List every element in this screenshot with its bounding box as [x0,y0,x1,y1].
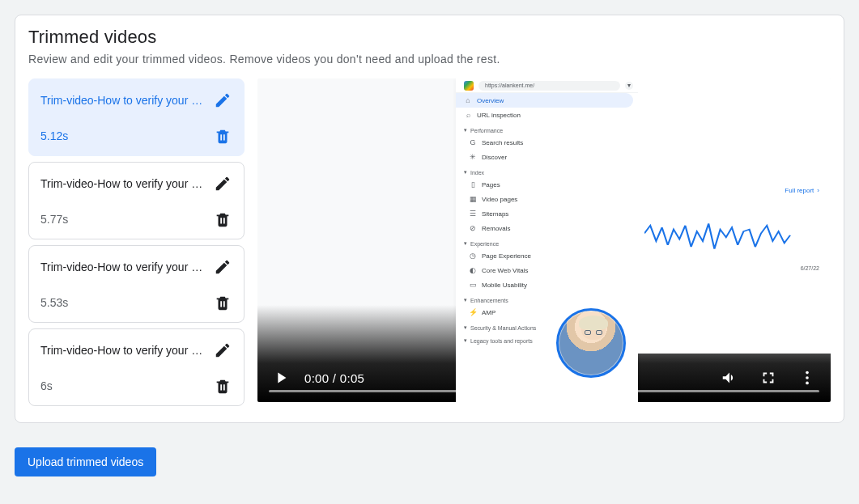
pencil-icon[interactable] [213,91,232,110]
video-frame-report: Full report› 6/27/22 [638,78,831,354]
nav-item-icon: ◐ [469,266,477,274]
svg-point-2 [806,382,809,385]
clip-list: Trim-video-How to verify your we…5.12sTr… [28,78,245,406]
video-controls: 0:00 / 0:05 [257,358,831,402]
nav-item-icon: ▯ [469,180,477,188]
gsc-section-header: Enhancements [456,292,638,305]
nav-item-icon: ◷ [469,252,477,260]
pencil-icon[interactable] [213,257,232,277]
gsc-nav-item: ⊘Removals [456,221,638,235]
trash-icon[interactable] [213,293,232,312]
svg-point-0 [806,371,809,375]
nav-item-icon: ☰ [469,210,477,218]
nav-item-label: Mobile Usability [482,282,527,289]
fullscreen-icon[interactable] [759,369,777,387]
nav-item-label: AMP [482,309,495,316]
chart-line-icon [644,212,819,260]
nav-item-label: Core Web Vitals [482,267,529,274]
gsc-section-header: Experience [456,235,638,248]
nav-item-icon: G [469,138,477,146]
gsc-nav-item: ☰Sitemaps [456,206,638,221]
video-preview[interactable]: https://alankent.me/ ▾ ⌂Overview⌕URL ins… [257,78,831,402]
pencil-icon[interactable] [213,174,232,193]
gsc-nav-item: ▦Video pages [456,192,638,206]
gsc-nav-item: ◷Page Experience [456,248,638,263]
trash-icon[interactable] [213,126,232,146]
trimmed-videos-panel: Trimmed videos Review and edit your trim… [15,15,844,423]
nav-item-label: Video pages [482,196,517,203]
clip-name: Trim-video-How to verify your we… [40,94,206,107]
clip-card[interactable]: Trim-video-How to verify your we…5.12s [28,78,245,156]
gsc-section-header: Performance [456,122,638,135]
gsc-section-header: Index [456,164,638,177]
gsc-nav-item: ▯Pages [456,177,638,192]
clip-duration: 6s [40,379,53,392]
nav-item-label: URL inspection [477,112,521,119]
trash-icon[interactable] [213,210,232,229]
full-report-link: Full report› [644,187,819,194]
gsc-nav-item: ◐Core Web Vitals [456,263,638,277]
upload-trimmed-button[interactable]: Upload trimmed videos [15,447,156,476]
nav-item-icon: ⌕ [464,111,472,119]
nav-item-icon: ▭ [469,281,477,289]
gsc-nav-item: ⌂Overview [456,93,633,108]
clip-card[interactable]: Trim-video-How to verify your we…6s [28,328,245,406]
clip-name: Trim-video-How to verify your we… [40,344,206,357]
nav-item-icon: ⊘ [469,224,477,232]
nav-item-icon: ⌂ [464,96,472,104]
gsc-topbar: https://alankent.me/ ▾ [456,78,638,93]
clip-duration: 5.12s [40,129,68,142]
gsc-nav-item: ✳Discover [456,150,638,164]
clip-card[interactable]: Trim-video-How to verify your we…5.77s [28,162,245,239]
gsc-property-url: https://alankent.me/ [478,81,620,91]
nav-item-label: Pages [482,181,500,188]
clip-card[interactable]: Trim-video-How to verify your we…5.53s [28,245,245,323]
gsc-logo-icon [464,81,474,91]
nav-item-label: Page Experience [482,252,531,260]
nav-item-label: Removals [482,225,511,232]
panel-subtitle: Review and edit your trimmed videos. Rem… [28,53,831,66]
nav-item-icon: ▦ [469,195,477,203]
play-icon[interactable] [272,369,290,387]
more-icon[interactable] [798,369,816,387]
playback-time: 0:00 / 0:05 [304,371,364,385]
clip-duration: 5.77s [40,213,68,226]
nav-item-icon: ⚡ [469,308,477,316]
nav-item-label: Search results [482,139,523,146]
nav-item-label: Discover [482,154,507,161]
caret-down-icon: ▾ [625,82,633,90]
svg-point-1 [806,376,809,379]
nav-item-icon: ✳ [469,153,477,161]
clip-duration: 5.53s [40,296,68,309]
clip-name: Trim-video-How to verify your we… [40,260,206,273]
panel-title: Trimmed videos [28,27,831,48]
gsc-nav-item: GSearch results [456,135,638,150]
pencil-icon[interactable] [213,341,232,360]
chart-date-tick: 6/27/22 [644,265,819,271]
gsc-nav-item: ▭Mobile Usability [456,277,638,292]
content-row: Trim-video-How to verify your we…5.12sTr… [28,78,831,406]
nav-item-label: Overview [477,97,504,104]
clip-name: Trim-video-How to verify your we… [40,177,206,190]
gsc-nav-item: ⌕URL inspection [456,108,638,122]
volume-icon[interactable] [721,369,738,387]
chevron-right-icon: › [817,187,819,194]
seek-track[interactable] [269,390,819,392]
trash-icon[interactable] [213,376,232,396]
nav-item-label: Sitemaps [482,210,508,218]
